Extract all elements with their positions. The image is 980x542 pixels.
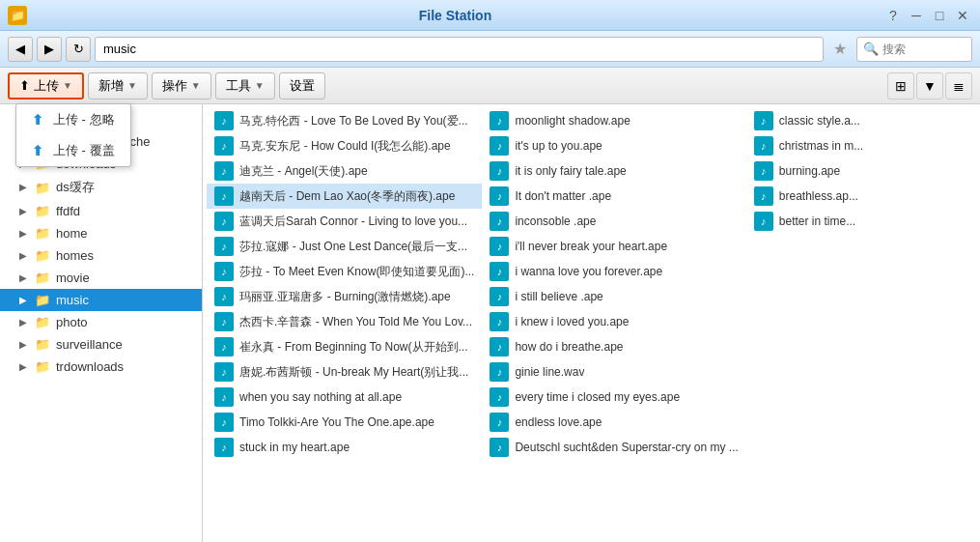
sidebar-label-homes: homes — [56, 248, 94, 263]
upload-icon: ⬆ — [19, 78, 30, 93]
file-item-g2[interactable]: ♪ it's up to you.ape — [482, 133, 745, 158]
music-icon-h3: ♪ — [754, 161, 773, 181]
app-icon: 📁 — [8, 6, 27, 25]
minimize-button[interactable]: ─ — [907, 6, 926, 25]
sidebar-label-ffdfd: ffdfd — [56, 204, 80, 218]
music-icon-h4: ♪ — [754, 186, 773, 206]
refresh-button[interactable]: ↻ — [66, 37, 91, 62]
file-item-f3[interactable]: ♪ 迪克兰 - Angel(天使).ape — [207, 158, 482, 184]
file-item-f7[interactable]: ♪ 莎拉 - To Meet Even Know(即使知道要见面)... — [207, 259, 482, 284]
search-input[interactable] — [882, 43, 960, 56]
detail-view-icon: ≣ — [953, 78, 965, 94]
file-item-f12[interactable]: ♪ when you say nothing at all.ape — [207, 385, 482, 410]
file-item-g14[interactable]: ♪ Deutschl sucht&den Superstar-cry on my… — [482, 435, 745, 460]
file-item-f1[interactable]: ♪ 马克.特伦西 - Love To Be Loved By You(爱... — [207, 108, 482, 133]
music-icon-f6: ♪ — [214, 237, 234, 256]
folder-icon-photo: 📁 — [35, 315, 50, 329]
upload-button[interactable]: ⬆ 上传 ▼ — [8, 72, 84, 100]
sidebar-arrow-ds缓存: ▶ — [19, 182, 31, 193]
music-icon-g2: ♪ — [490, 136, 509, 156]
file-item-g6[interactable]: ♪ i'll never break your heart.ape — [482, 234, 745, 259]
file-item-g13[interactable]: ♪ endless love.ape — [482, 410, 745, 435]
sidebar-arrow-homes: ▶ — [19, 250, 31, 262]
back-button[interactable]: ◀ — [8, 37, 33, 62]
file-item-f14[interactable]: ♪ stuck in my heart.ape — [207, 435, 482, 460]
folder-icon-movie: 📁 — [35, 271, 50, 285]
view-dropdown-button[interactable]: ▼ — [916, 72, 943, 100]
file-item-f5[interactable]: ♪ 蓝调天后Sarah Connor - Living to love you.… — [207, 209, 482, 234]
file-item-f8[interactable]: ♪ 玛丽亚.亚瑞唐多 - Burning(激情燃烧).ape — [207, 284, 482, 309]
file-item-f13[interactable]: ♪ Timo Tolkki-Are You The One.ape.ape — [207, 410, 482, 435]
file-item-g11[interactable]: ♪ ginie line.wav — [482, 359, 745, 385]
sidebar-item-surveillance[interactable]: ▶ 📁 surveillance — [0, 333, 202, 356]
refresh-icon: ↻ — [73, 42, 84, 56]
detail-view-button[interactable]: ≣ — [945, 72, 972, 100]
file-item-f6[interactable]: ♪ 莎拉.寇娜 - Just One Lest Dance(最后一支... — [207, 234, 482, 259]
file-name-g7: i wanna love you forever.ape — [515, 265, 662, 278]
tools-dropdown-arrow: ▼ — [255, 80, 265, 91]
upload-overwrite-item[interactable]: ⬆ 上传 - 覆盖 — [16, 135, 130, 166]
file-item-h3[interactable]: ♪ burning.ape — [746, 158, 976, 184]
tools-button[interactable]: 工具 ▼ — [215, 72, 275, 100]
file-item-g12[interactable]: ♪ every time i closed my eyes.ape — [482, 385, 745, 410]
file-item-g5[interactable]: ♪ inconsoble .ape — [482, 209, 745, 234]
sidebar-item-home[interactable]: ▶ 📁 home — [0, 222, 202, 244]
address-input[interactable] — [95, 37, 824, 62]
music-icon-f11: ♪ — [214, 362, 234, 382]
file-item-f9[interactable]: ♪ 杰西卡.辛普森 - When You Told Me You Lov... — [207, 309, 482, 334]
file-item-g4[interactable]: ♪ It don't matter .ape — [482, 184, 745, 209]
file-item-g8[interactable]: ♪ i still believe .ape — [482, 284, 745, 309]
search-icon: 🔍 — [863, 42, 879, 56]
file-item-g1[interactable]: ♪ moonlight shadow.ape — [482, 108, 745, 133]
file-item-g3[interactable]: ♪ it is only fairy tale.ape — [482, 158, 745, 184]
file-item-g10[interactable]: ♪ how do i breathe.ape — [482, 334, 745, 359]
music-icon-g9: ♪ — [490, 312, 509, 331]
file-item-h1[interactable]: ♪ classic style.a... — [746, 108, 976, 133]
bookmark-button[interactable]: ★ — [827, 37, 853, 62]
upload-ignore-icon: ⬆ — [30, 112, 45, 128]
folder-icon-trdownloads: 📁 — [35, 359, 50, 374]
upload-ignore-item[interactable]: ⬆ 上传 - 忽略 — [16, 104, 130, 135]
sidebar-item-movie[interactable]: ▶ 📁 movie — [0, 267, 202, 289]
sidebar-item-trdownloads[interactable]: ▶ 📁 trdownloads — [0, 356, 202, 378]
file-item-g7[interactable]: ♪ i wanna love you forever.ape — [482, 259, 745, 284]
file-item-h2[interactable]: ♪ christmas in m... — [746, 133, 976, 158]
settings-button[interactable]: 设置 — [279, 72, 325, 100]
music-icon-f2: ♪ — [214, 136, 234, 156]
action-button[interactable]: 操作 ▼ — [152, 72, 211, 100]
sidebar-item-ffdfd[interactable]: ▶ 📁 ffdfd — [0, 200, 202, 222]
file-item-h4[interactable]: ♪ breathless.ap... — [746, 184, 976, 209]
file-item-f11[interactable]: ♪ 唐妮.布茜斯顿 - Un-break My Heart(别让我... — [207, 359, 482, 385]
file-name-f9: 杰西卡.辛普森 - When You Told Me You Lov... — [239, 314, 472, 330]
sidebar-label-ds缓存: ds缓存 — [56, 179, 95, 196]
music-icon-g8: ♪ — [490, 287, 509, 306]
forward-button[interactable]: ▶ — [37, 37, 62, 62]
file-item-g9[interactable]: ♪ i knew i loved you.ape — [482, 309, 745, 334]
file-name-g11: ginie line.wav — [515, 365, 584, 379]
sidebar-item-ds缓存[interactable]: ▶ 📁 ds缓存 — [0, 175, 202, 200]
file-item-f10[interactable]: ♪ 崔永真 - From Beginning To Now(从开始到... — [207, 334, 482, 359]
music-icon-g12: ♪ — [490, 387, 509, 407]
folder-icon-surveillance: 📁 — [35, 337, 50, 352]
sidebar-item-homes[interactable]: ▶ 📁 homes — [0, 244, 202, 267]
music-icon-f14: ♪ — [214, 438, 234, 457]
sidebar-arrow-trdownloads: ▶ — [19, 361, 31, 373]
list-view-button[interactable]: ⊞ — [887, 72, 914, 100]
file-name-g13: endless love.ape — [515, 415, 602, 429]
sidebar-item-photo[interactable]: ▶ 📁 photo — [0, 311, 202, 333]
file-name-h1: classic style.a... — [779, 114, 860, 128]
maximize-button[interactable]: □ — [930, 6, 949, 25]
file-item-f2[interactable]: ♪ 马克.安东尼 - How Could I(我怎么能).ape — [207, 133, 482, 158]
sidebar-item-music[interactable]: ▶ 📁 music — [0, 289, 202, 311]
file-item-h5[interactable]: ♪ better in time... — [746, 209, 976, 234]
new-button[interactable]: 新增 ▼ — [88, 72, 148, 100]
action-dropdown-arrow: ▼ — [191, 80, 201, 91]
file-item-f4[interactable]: ♪ 越南天后 - Dem Lao Xao(冬季的雨夜).ape — [207, 184, 482, 209]
music-icon-g1: ♪ — [490, 111, 509, 130]
file-name-h3: burning.ape — [779, 164, 840, 178]
titlebar-left: 📁 — [8, 6, 27, 25]
titlebar: 📁 File Station ? ─ □ ✕ — [0, 0, 980, 31]
file-name-f6: 莎拉.寇娜 - Just One Lest Dance(最后一支... — [239, 239, 467, 255]
close-button[interactable]: ✕ — [953, 6, 972, 25]
help-button[interactable]: ? — [883, 6, 903, 25]
